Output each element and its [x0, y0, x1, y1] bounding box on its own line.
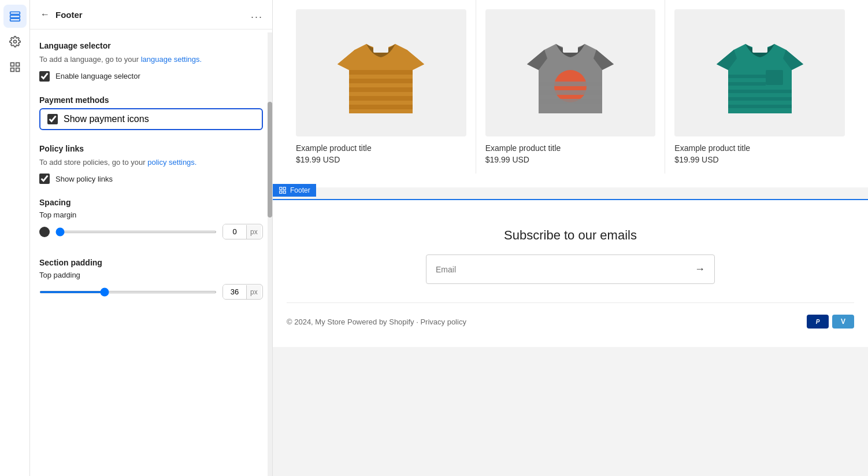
layers-icon[interactable] [3, 5, 27, 28]
language-selector-description: To add a language, go to your language s… [39, 54, 263, 65]
settings-body: Language selector To add a language, go … [30, 29, 272, 476]
svg-rect-23 [728, 82, 766, 86]
settings-panel: ← Footer ... Language selector To add a … [30, 0, 273, 476]
top-margin-slider-row: 0 px [39, 224, 263, 239]
product-card: Example product title $19.99 USD [287, 0, 476, 174]
enable-language-checkbox[interactable] [39, 71, 50, 82]
apps-icon[interactable] [3, 56, 27, 79]
top-margin-px-label: px [246, 225, 261, 239]
settings-header: ← Footer ... [30, 0, 272, 29]
top-margin-slider[interactable] [55, 231, 217, 233]
svg-point-3 [13, 40, 16, 43]
enable-language-label[interactable]: Enable language selector [55, 72, 140, 80]
product-image-gray [485, 9, 656, 136]
svg-rect-31 [283, 191, 285, 193]
top-margin-input-wrapper: 0 px [222, 224, 263, 239]
svg-rect-29 [283, 187, 285, 190]
top-padding-input[interactable]: 36 [223, 285, 246, 299]
footer-section-wrapper: Footer Subscribe to our emails → © 2024,… [273, 199, 868, 347]
product-price-2: $19.99 USD [485, 155, 656, 164]
svg-rect-28 [280, 187, 282, 190]
email-submit-button[interactable]: → [685, 255, 714, 283]
top-padding-input-wrapper: 36 px [222, 284, 263, 300]
product-title-1: Example product title [296, 143, 466, 153]
svg-rect-17 [570, 90, 602, 95]
policy-checkbox-wrapper [39, 174, 50, 184]
top-margin-slider-container [55, 231, 217, 233]
amber-shirt-svg [337, 24, 424, 122]
language-selector-title: Language selector [39, 41, 263, 50]
svg-rect-13 [373, 46, 388, 53]
language-settings-link[interactable]: language settings. [141, 55, 202, 64]
product-title-2: Example product title [485, 143, 656, 153]
policy-settings-link[interactable]: policy settings. [147, 158, 196, 167]
settings-title: Footer [55, 10, 83, 20]
footer-copyright: © 2024, My Store Powered by Shopify · Pr… [287, 318, 466, 326]
top-padding-slider[interactable] [39, 291, 217, 293]
products-section: Example product title $19.99 USD [273, 0, 868, 187]
spacing-title: Spacing [39, 198, 263, 207]
svg-rect-24 [728, 90, 792, 93]
show-policy-links-checkbox-row: Show policy links [39, 174, 263, 184]
section-padding-title: Section padding [39, 258, 263, 267]
top-margin-input[interactable]: 0 [223, 224, 246, 239]
policy-links-section: Policy links To add store policies, go t… [39, 144, 263, 185]
svg-rect-15 [539, 82, 570, 86]
show-policy-links-label[interactable]: Show policy links [55, 175, 113, 183]
svg-rect-4 [10, 63, 14, 67]
footer-label-tab: Footer [273, 184, 316, 197]
policy-links-title: Policy links [39, 144, 263, 153]
top-padding-row: Top padding 36 px [39, 271, 263, 300]
payment-icons: P V [807, 315, 854, 329]
top-margin-row: Top margin 0 px [39, 211, 263, 239]
svg-rect-5 [16, 63, 19, 67]
svg-rect-10 [349, 87, 413, 92]
enable-language-checkbox-row: Enable language selector [39, 71, 263, 82]
show-payment-icons-highlighted-row: Show payment icons [39, 108, 263, 130]
svg-rect-20 [563, 46, 578, 53]
svg-rect-19 [539, 99, 602, 104]
email-input-row: → [426, 254, 715, 284]
svg-rect-0 [10, 12, 20, 14]
more-options-button[interactable]: ... [251, 9, 263, 21]
paypal-icon: P [807, 315, 829, 329]
preview-area: Example product title $19.99 USD [273, 0, 868, 476]
email-input[interactable] [426, 257, 685, 282]
svg-rect-11 [349, 96, 413, 101]
product-image-teal [674, 9, 845, 136]
scrollbar-track [268, 32, 272, 476]
top-padding-px-label: px [246, 285, 261, 299]
show-payment-icons-checkbox[interactable] [47, 114, 58, 124]
svg-rect-6 [10, 68, 14, 72]
svg-rect-18 [570, 82, 602, 86]
svg-rect-22 [728, 75, 766, 78]
payment-checkbox-wrapper [47, 114, 58, 124]
product-title-3: Example product title [674, 143, 845, 153]
svg-rect-7 [16, 68, 19, 72]
venmo-icon: V [832, 315, 854, 329]
policy-links-description: To add store policies, go to your policy… [39, 157, 263, 168]
back-button[interactable]: ← [39, 8, 51, 21]
section-padding-section: Section padding Top padding 36 px [39, 258, 263, 304]
spacing-section: Spacing Top margin 0 px [39, 198, 263, 244]
footer-bottom: © 2024, My Store Powered by Shopify · Pr… [287, 302, 854, 329]
show-policy-links-checkbox[interactable] [39, 174, 50, 184]
settings-icon[interactable] [3, 30, 27, 53]
svg-rect-2 [10, 19, 20, 21]
svg-rect-30 [280, 191, 282, 193]
settings-header-left: ← Footer [39, 8, 83, 21]
svg-rect-1 [10, 15, 20, 17]
svg-rect-21 [766, 70, 783, 85]
enable-language-checkbox-wrapper [39, 71, 50, 82]
top-padding-label: Top padding [39, 271, 263, 279]
product-price-3: $19.99 USD [674, 155, 845, 164]
payment-methods-title: Payment methods [39, 95, 263, 105]
footer-subscribe-title: Subscribe to our emails [287, 228, 854, 243]
svg-rect-8 [349, 70, 413, 75]
svg-rect-26 [728, 105, 792, 108]
svg-rect-27 [752, 46, 767, 53]
footer-preview: Subscribe to our emails → © 2024, My Sto… [273, 200, 868, 347]
scrollbar-thumb[interactable] [268, 102, 272, 217]
products-grid: Example product title $19.99 USD [287, 0, 854, 174]
show-payment-icons-label[interactable]: Show payment icons [64, 114, 149, 124]
